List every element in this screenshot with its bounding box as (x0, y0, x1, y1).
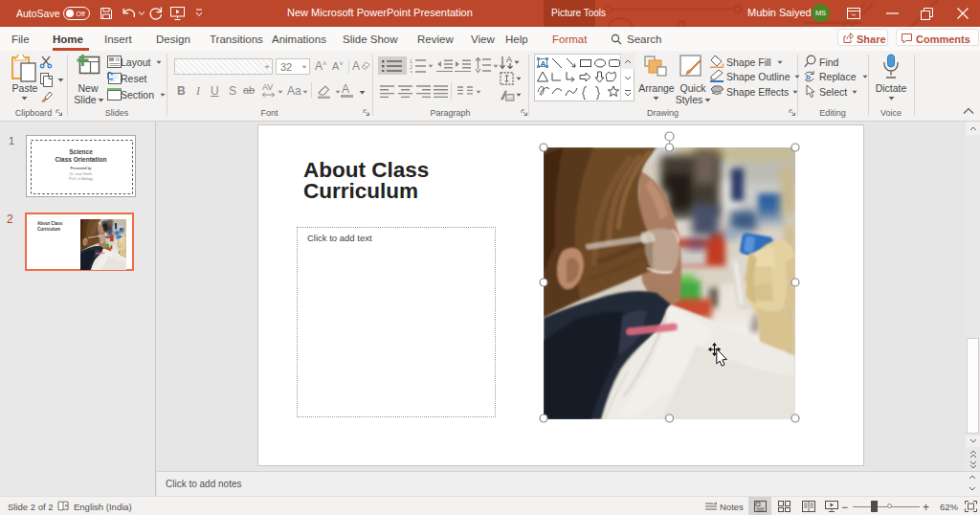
svg-text:3: 3 (410, 70, 412, 74)
svg-text:b: b (806, 73, 811, 81)
svg-text:A: A (541, 59, 546, 68)
svg-text:A: A (506, 55, 512, 64)
